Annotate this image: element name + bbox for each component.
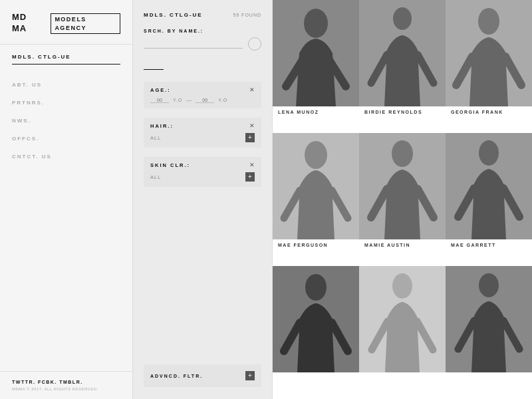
hair-select-row: ALL + [150, 133, 255, 142]
model-card-mae-garrett[interactable]: MAE GARRETT [446, 133, 532, 266]
sidebar: MD MA MODELS AGENCY MDLS. CTLG-UE ABT. U… [0, 0, 133, 399]
age-filter-section: AGE.: ✕ Y.O — Y.O [144, 82, 261, 108]
hair-value: ALL [150, 135, 161, 141]
skin-select-row: ALL + [150, 172, 255, 182]
model-name-mae-ferguson: MAE FERGUSON [273, 239, 359, 251]
search-row [144, 37, 261, 51]
svg-point-13 [305, 274, 327, 301]
search-input[interactable] [144, 39, 243, 49]
skin-filter-close[interactable]: ✕ [249, 162, 255, 168]
model-grid: LENA MUNOZ BIRDIE REYNOLDS GEORGIA FRANK [273, 0, 532, 399]
sidebar-header: MD MA MODELS AGENCY [0, 0, 132, 45]
model-name-georgia-frank: GEORGIA FRANK [446, 106, 532, 118]
divider [144, 69, 164, 70]
filter-count: 59 FOUND [233, 13, 261, 17]
sidebar-item-offices[interactable]: OFFCS. [12, 136, 120, 142]
model-name-mamie-austin: MAMIE AUSTIN [359, 239, 446, 251]
hair-filter-label: HAIR.: [150, 123, 174, 129]
search-button[interactable] [248, 37, 261, 51]
sidebar-footer: TWTTR. FCBK. TMBLR. MDMA © 2017. ALL RIG… [0, 371, 132, 399]
svg-point-9 [392, 140, 413, 167]
hair-filter-header: HAIR.: ✕ [150, 123, 255, 129]
model-photo-mae-ferguson [273, 133, 359, 239]
model-photo-row3-2 [359, 266, 446, 372]
model-card-georgia-frank[interactable]: GEORGIA FRANK [446, 0, 532, 133]
model-card-birdie-reynolds[interactable]: BIRDIE REYNOLDS [359, 0, 446, 133]
model-photo-georgia-frank [446, 0, 532, 106]
agency-label: MODELS AGENCY [51, 12, 120, 34]
sidebar-item-about[interactable]: ABT. US [12, 82, 120, 88]
model-card-mae-ferguson[interactable]: MAE FERGUSON [273, 133, 359, 266]
skin-filter-header: SKIN CLR.: ✕ [150, 162, 255, 168]
sidebar-nav-links: ABT. US PRTNRS. NWS. OFFCS. CNTCT. US [0, 74, 132, 371]
logo: MD MA [12, 12, 43, 35]
skin-filter-label: SKIN CLR.: [150, 162, 190, 168]
search-section: SRCH. BY NAME.: [144, 29, 261, 51]
sidebar-item-catalogue[interactable]: MDLS. CTLG-UE [12, 54, 120, 65]
svg-point-5 [478, 8, 499, 35]
model-card-lena-munoz[interactable]: LENA MUNOZ [273, 0, 359, 133]
skin-filter-section: SKIN CLR.: ✕ ALL + [144, 157, 261, 187]
svg-point-17 [479, 273, 499, 297]
model-photo-birdie-reynolds [359, 0, 446, 106]
sidebar-social: TWTTR. FCBK. TMBLR. [12, 380, 120, 384]
sidebar-copyright: MDMA © 2017. ALL RIGHTS RESERVED. [12, 387, 120, 391]
age-from-input[interactable] [150, 98, 169, 103]
hair-filter-close[interactable]: ✕ [249, 123, 255, 129]
model-name-row3-1 [273, 372, 359, 380]
model-name-birdie-reynolds: BIRDIE REYNOLDS [359, 106, 446, 118]
sidebar-item-partners[interactable]: PRTNRS. [12, 100, 120, 106]
advanced-filter-label: ADVNCD. FLTR. [150, 374, 203, 378]
model-photo-mamie-austin [359, 133, 446, 239]
svg-point-11 [479, 140, 499, 166]
model-photo-mae-garrett [446, 133, 532, 239]
advanced-filter-expand[interactable]: + [245, 371, 255, 380]
model-name-lena-munoz: LENA MUNOZ [273, 106, 359, 118]
model-photo-row3-1 [273, 266, 359, 372]
model-photo-lena-munoz [273, 0, 359, 106]
sidebar-item-contact[interactable]: CNTCT. US [12, 154, 120, 160]
hair-filter-expand[interactable]: + [245, 133, 255, 142]
model-card-row3-1[interactable] [273, 266, 359, 399]
skin-filter-expand[interactable]: + [245, 172, 255, 182]
svg-point-1 [304, 9, 328, 38]
svg-point-7 [305, 141, 327, 169]
age-range: Y.O — Y.O [150, 97, 255, 103]
search-label: SRCH. BY NAME.: [144, 29, 261, 33]
age-to-unit: Y.O [218, 98, 227, 102]
filter-header: MDLS. CTLG-UE 59 FOUND [144, 12, 261, 18]
model-name-row3-2 [359, 372, 446, 380]
age-to-input[interactable] [196, 98, 214, 103]
age-from-unit: Y.O [173, 98, 182, 102]
skin-value: ALL [150, 174, 161, 180]
svg-point-3 [393, 7, 412, 30]
model-name-mae-garrett: MAE GARRETT [446, 239, 532, 251]
model-photo-row3-3 [446, 266, 532, 372]
age-dash: — [186, 97, 192, 103]
model-card-mamie-austin[interactable]: MAMIE AUSTIN [359, 133, 446, 266]
advanced-filter: ADVNCD. FLTR. + [144, 364, 261, 387]
model-card-row3-2[interactable] [359, 266, 446, 399]
model-name-row3-3 [446, 372, 532, 380]
age-filter-label: AGE.: [150, 87, 171, 93]
filter-panel: MDLS. CTLG-UE 59 FOUND SRCH. BY NAME.: A… [133, 0, 273, 399]
sidebar-nav-top: MDLS. CTLG-UE [0, 45, 132, 74]
hair-filter-section: HAIR.: ✕ ALL + [144, 118, 261, 148]
age-filter-header: AGE.: ✕ [150, 87, 255, 93]
sidebar-item-news[interactable]: NWS. [12, 118, 120, 124]
model-card-row3-3[interactable] [446, 266, 532, 399]
age-filter-close[interactable]: ✕ [249, 87, 255, 93]
filter-title: MDLS. CTLG-UE [144, 12, 203, 18]
svg-point-15 [392, 273, 412, 299]
